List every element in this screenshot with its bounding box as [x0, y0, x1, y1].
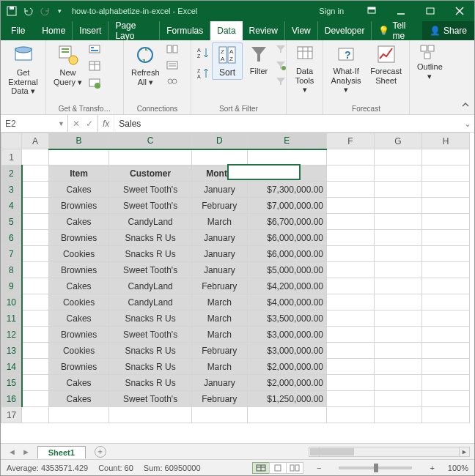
cell-E4[interactable]: $7,000,000.00 — [247, 198, 326, 214]
cell-D12[interactable]: March — [191, 327, 247, 343]
connections-icon[interactable] — [166, 44, 179, 57]
tab-developer[interactable]: Developer — [318, 21, 372, 40]
outline-button[interactable]: Outline ▾ — [414, 42, 446, 82]
row-header-8[interactable]: 8 — [1, 262, 22, 278]
row-header-7[interactable]: 7 — [1, 246, 22, 262]
cell-B14[interactable]: Brownies — [48, 359, 108, 375]
new-sheet-button[interactable]: ＋ — [95, 446, 106, 458]
page-break-view-button[interactable] — [286, 462, 303, 474]
cell-D2[interactable]: Month — [191, 166, 247, 182]
cell-D6[interactable]: January — [191, 230, 247, 246]
recent-sources-icon[interactable] — [88, 76, 101, 89]
cell-C11[interactable]: Snacks R Us — [109, 310, 192, 327]
qat-customize-icon[interactable]: ▾ — [58, 7, 62, 15]
sort-za-icon[interactable]: ZA — [196, 67, 209, 81]
cell-E14[interactable]: $2,000,000.00 — [247, 359, 326, 375]
cell-C3[interactable]: Sweet Tooth's — [109, 182, 192, 198]
tab-insert[interactable]: Insert — [73, 21, 108, 40]
cell-B6[interactable]: Brownies — [48, 230, 108, 246]
from-table-icon[interactable] — [88, 60, 101, 73]
sheet-tab-sheet1[interactable]: Sheet1 — [37, 446, 86, 458]
cell-E2[interactable]: Sales — [247, 166, 326, 182]
cell-C7[interactable]: Snacks R Us — [109, 246, 192, 262]
scroll-right-icon[interactable]: ► — [459, 447, 469, 456]
cell-D13[interactable]: February — [191, 343, 247, 359]
sheet-nav-next-icon[interactable]: ► — [22, 447, 30, 456]
minimize-button[interactable] — [386, 1, 416, 21]
what-if-button[interactable]: ? What-If Analysis ▾ — [328, 42, 364, 96]
cell-E15[interactable]: $2,000,000.00 — [247, 375, 326, 391]
normal-view-button[interactable] — [252, 462, 270, 474]
cell-E5[interactable]: $6,700,000.00 — [247, 214, 326, 230]
row-header-10[interactable]: 10 — [1, 294, 22, 310]
data-tools-button[interactable]: Data Tools ▾ — [291, 42, 318, 96]
cancel-formula-icon[interactable]: ✕ — [73, 119, 80, 129]
cell-E11[interactable]: $3,500,000.00 — [247, 310, 326, 327]
cell-B9[interactable]: Cakes — [48, 278, 108, 294]
refresh-all-button[interactable]: Refresh All ▾ — [128, 42, 163, 88]
cell-D8[interactable]: January — [191, 262, 247, 278]
cell-D7[interactable]: January — [191, 246, 247, 262]
col-header-D[interactable]: D — [191, 133, 247, 149]
cell-E8[interactable]: $5,000,000.00 — [247, 262, 326, 278]
cell-B15[interactable]: Cakes — [48, 375, 108, 391]
row-header-13[interactable]: 13 — [1, 343, 22, 359]
scroll-thumb[interactable] — [310, 448, 354, 455]
col-header-F[interactable]: F — [327, 133, 375, 149]
sheet-nav-prev-icon[interactable]: ◄ — [8, 447, 16, 456]
tab-formulas[interactable]: Formulas — [160, 21, 210, 40]
cell-D14[interactable]: March — [191, 359, 247, 375]
cell-B12[interactable]: Brownies — [48, 327, 108, 343]
cell-E7[interactable]: $6,000,000.00 — [247, 246, 326, 262]
get-external-data-button[interactable]: Get External Data ▾ — [5, 42, 41, 97]
cell-E3[interactable]: $7,300,000.00 — [247, 182, 326, 198]
cell-E10[interactable]: $4,000,000.00 — [247, 294, 326, 310]
undo-icon[interactable] — [23, 6, 34, 16]
cell-D3[interactable]: January — [191, 182, 247, 198]
cell-E16[interactable]: $1,250,000.00 — [247, 391, 326, 407]
cell-D15[interactable]: January — [191, 375, 247, 391]
cell-B4[interactable]: Brownies — [48, 198, 108, 214]
cell-B11[interactable]: Cakes — [48, 310, 108, 327]
cell-E6[interactable]: $6,000,000.00 — [247, 230, 326, 246]
worksheet-grid[interactable]: ABCDEFGH12ItemCustomerMonthSales3CakesSw… — [1, 133, 474, 443]
tab-tell-me[interactable]: 💡Tell me — [372, 21, 422, 40]
tab-home[interactable]: Home — [35, 21, 73, 40]
save-icon[interactable] — [7, 6, 17, 16]
cell-D9[interactable]: February — [191, 278, 247, 294]
ribbon-options-icon[interactable] — [357, 1, 386, 21]
zoom-slider[interactable] — [339, 466, 412, 469]
row-header-15[interactable]: 15 — [1, 375, 22, 391]
filter-button[interactable]: Filter — [246, 42, 272, 78]
horizontal-scrollbar[interactable]: ◄ ► — [309, 447, 470, 457]
new-query-button[interactable]: New Query ▾ — [51, 42, 85, 88]
cell-E12[interactable]: $3,000,000.00 — [247, 327, 326, 343]
row-header-12[interactable]: 12 — [1, 327, 22, 343]
cell-D5[interactable]: March — [191, 214, 247, 230]
sort-az-icon[interactable]: AZ — [196, 47, 209, 60]
tab-file[interactable]: File — [1, 21, 35, 40]
redo-icon[interactable] — [40, 6, 52, 16]
row-header-14[interactable]: 14 — [1, 359, 22, 375]
row-header-6[interactable]: 6 — [1, 230, 22, 246]
select-all-corner[interactable] — [1, 133, 22, 149]
row-header-4[interactable]: 4 — [1, 198, 22, 214]
row-header-1[interactable]: 1 — [1, 149, 22, 166]
tab-data[interactable]: Data — [210, 21, 242, 40]
col-header-A[interactable]: A — [22, 133, 49, 149]
cell-D4[interactable]: February — [191, 198, 247, 214]
tab-review[interactable]: Review — [243, 21, 285, 40]
col-header-B[interactable]: B — [48, 133, 108, 149]
tab-view[interactable]: View — [285, 21, 318, 40]
row-header-9[interactable]: 9 — [1, 278, 22, 294]
cell-C8[interactable]: Sweet Tooth's — [109, 262, 192, 278]
col-header-C[interactable]: C — [109, 133, 192, 149]
cell-B13[interactable]: Cookies — [48, 343, 108, 359]
cell-C13[interactable]: Snacks R Us — [109, 343, 192, 359]
cell-C9[interactable]: CandyLand — [109, 278, 192, 294]
maximize-button[interactable] — [416, 1, 445, 21]
name-box[interactable]: E2▼ — [1, 115, 68, 132]
col-header-G[interactable]: G — [374, 133, 421, 149]
cell-D11[interactable]: March — [191, 310, 247, 327]
row-header-2[interactable]: 2 — [1, 166, 22, 182]
